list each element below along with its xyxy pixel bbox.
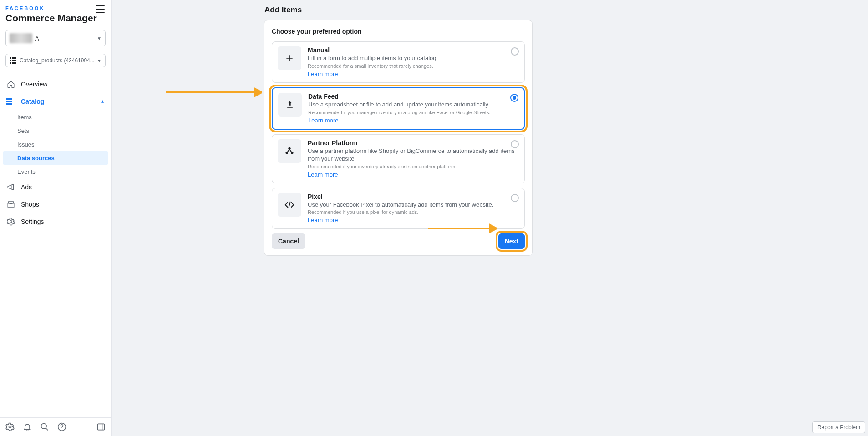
nav-catalog-items-label: Items: [17, 114, 32, 121]
upload-icon: [278, 93, 302, 117]
option-partner-radio[interactable]: [511, 140, 519, 148]
option-data-feed[interactable]: Data Feed Use a spreadsheet or file to a…: [272, 87, 525, 130]
report-problem-button[interactable]: Report a Problem: [812, 421, 865, 433]
nav-catalog[interactable]: Catalog ▼: [0, 93, 111, 110]
page-title: Add Items: [264, 5, 868, 15]
nav-shops[interactable]: Shops: [0, 196, 111, 213]
gear-icon[interactable]: [5, 422, 15, 431]
option-manual-rec: Recommended for a small inventory that r…: [308, 63, 519, 69]
nav-overview[interactable]: Overview: [0, 76, 111, 93]
gear-icon: [6, 217, 15, 226]
search-icon[interactable]: [40, 422, 49, 431]
sidebar-header: FACEBOOK Commerce Manager: [0, 0, 111, 25]
panel-toggle-icon[interactable]: [96, 422, 106, 431]
add-items-card: Choose your preferred option Manual Fill…: [264, 20, 533, 256]
chevron-down-icon: ▼: [97, 58, 102, 63]
option-partner-learn-more[interactable]: Learn more: [308, 171, 338, 178]
megaphone-icon: [6, 183, 15, 192]
option-pixel-radio[interactable]: [511, 194, 519, 202]
option-manual[interactable]: Manual Fill in a form to add multiple it…: [272, 41, 525, 83]
option-manual-desc: Fill in a form to add multiple items to …: [308, 55, 519, 62]
svg-point-2: [41, 424, 47, 429]
hamburger-menu-icon[interactable]: [96, 5, 105, 14]
card-footer: Cancel Next: [272, 233, 525, 249]
option-partner-body: Partner Platform Use a partner platform …: [308, 139, 519, 178]
option-feed-learn-more[interactable]: Learn more: [308, 117, 338, 124]
card-heading: Choose your preferred option: [272, 28, 525, 35]
sidebar: FACEBOOK Commerce Manager A ▼ Catalog_pr…: [0, 0, 112, 436]
nav-catalog-issues-label: Issues: [17, 141, 35, 148]
option-pixel-body: Pixel Use your Facebook Pixel to automat…: [308, 193, 519, 224]
account-selector[interactable]: A ▼: [5, 30, 106, 46]
nav-catalog-data-sources-label: Data sources: [17, 155, 55, 162]
partner-icon: [278, 139, 301, 163]
option-partner-title: Partner Platform: [308, 139, 519, 147]
svg-point-0: [10, 221, 12, 223]
option-manual-title: Manual: [308, 46, 519, 54]
option-feed-desc: Use a spreadsheet or file to add and upd…: [308, 101, 518, 109]
nav-catalog-issues[interactable]: Issues: [0, 137, 111, 151]
plus-icon: [278, 46, 301, 70]
code-icon: [278, 193, 301, 217]
option-manual-learn-more[interactable]: Learn more: [308, 71, 338, 77]
nav-catalog-sets-label: Sets: [17, 127, 29, 134]
grid-icon: [10, 57, 16, 64]
option-pixel-learn-more[interactable]: Learn more: [308, 217, 338, 223]
option-manual-body: Manual Fill in a form to add multiple it…: [308, 46, 519, 78]
help-icon[interactable]: [57, 422, 66, 431]
nav-settings-label: Settings: [21, 218, 44, 225]
option-pixel-rec: Recommended if you use a pixel for dynam…: [308, 209, 519, 215]
app-title: Commerce Manager: [5, 13, 106, 24]
nav: Overview Catalog ▼ Items Sets Issues Dat…: [0, 76, 111, 417]
option-partner[interactable]: Partner Platform Use a partner platform …: [272, 134, 525, 183]
svg-rect-4: [98, 424, 105, 430]
option-manual-radio[interactable]: [511, 47, 519, 56]
nav-settings[interactable]: Settings: [0, 213, 111, 230]
bell-icon[interactable]: [23, 422, 32, 431]
chevron-up-icon: ▼: [100, 99, 105, 104]
account-avatar: [10, 33, 32, 43]
catalog-selector-label: Catalog_products (43461994...: [20, 57, 95, 64]
option-feed-rec: Recommended if you manage inventory in a…: [308, 110, 518, 115]
nav-catalog-events-label: Events: [17, 168, 36, 175]
option-pixel-desc: Use your Facebook Pixel to automatically…: [308, 201, 519, 209]
brand-label: FACEBOOK: [5, 5, 106, 11]
sidebar-bottom-bar: [0, 417, 111, 436]
home-icon: [6, 80, 15, 89]
nav-catalog-events[interactable]: Events: [0, 165, 111, 178]
nav-catalog-items[interactable]: Items: [0, 110, 111, 124]
chevron-down-icon: ▼: [97, 36, 102, 41]
option-pixel-title: Pixel: [308, 193, 519, 200]
nav-overview-label: Overview: [21, 81, 47, 88]
annotation-arrow-icon: [166, 86, 262, 99]
option-partner-desc: Use a partner platform like Shopify or B…: [308, 147, 519, 163]
nav-catalog-sets[interactable]: Sets: [0, 124, 111, 137]
option-pixel[interactable]: Pixel Use your Facebook Pixel to automat…: [272, 188, 525, 229]
nav-ads[interactable]: Ads: [0, 178, 111, 196]
nav-ads-label: Ads: [21, 183, 32, 191]
main: Add Items Choose your preferred option M…: [112, 0, 868, 436]
option-feed-title: Data Feed: [308, 93, 518, 100]
next-button[interactable]: Next: [498, 233, 525, 249]
catalog-selector[interactable]: Catalog_products (43461994... ▼: [5, 54, 106, 67]
nav-catalog-data-sources[interactable]: Data sources: [3, 151, 108, 165]
grid-icon: [6, 97, 15, 106]
storefront-icon: [6, 200, 15, 209]
account-selector-label: A: [35, 35, 39, 42]
nav-shops-label: Shops: [21, 201, 39, 208]
option-partner-rec: Recommended if your inventory already ex…: [308, 164, 519, 169]
svg-marker-6: [255, 89, 262, 96]
cancel-button[interactable]: Cancel: [272, 233, 305, 249]
option-feed-radio[interactable]: [510, 94, 518, 102]
nav-catalog-label: Catalog: [21, 98, 44, 105]
svg-point-1: [9, 426, 11, 428]
option-feed-body: Data Feed Use a spreadsheet or file to a…: [308, 93, 518, 124]
